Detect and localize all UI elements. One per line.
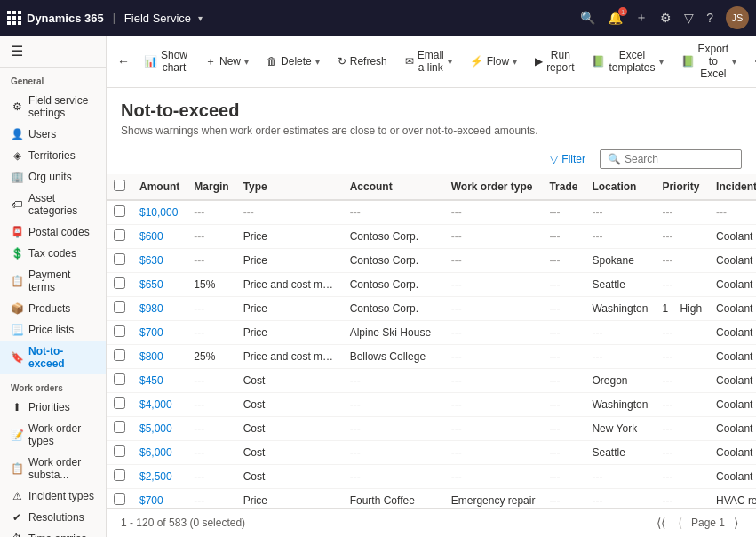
add-icon[interactable]: ＋ [635, 10, 648, 26]
row-checkbox[interactable] [114, 421, 125, 433]
more-button[interactable]: ⋯ [747, 52, 756, 71]
sidebar-item-territories[interactable]: ◈Territories [0, 145, 106, 166]
app-logo[interactable]: Dynamics 365 [7, 11, 104, 25]
row-amount[interactable]: $2,500 [132, 465, 187, 489]
export-excel-button[interactable]: 📗 Export to Excel ▾ [674, 39, 744, 84]
sidebar-item-tax-codes[interactable]: 💲Tax codes [0, 243, 106, 264]
col-work-order-type[interactable]: Work order type [444, 174, 543, 200]
row-checkbox-cell[interactable] [107, 393, 132, 417]
sidebar-item-products[interactable]: 📦Products [0, 298, 106, 319]
row-amount[interactable]: $630 [132, 249, 187, 273]
sidebar-item-work-order-substatuses[interactable]: 📋Work order substa... [0, 452, 106, 485]
show-chart-button[interactable]: 📊 Show chart [137, 45, 195, 77]
row-checkbox[interactable] [114, 277, 125, 289]
row-checkbox-cell[interactable] [107, 297, 132, 321]
row-checkbox[interactable] [114, 205, 125, 217]
row-checkbox[interactable] [114, 469, 125, 481]
sidebar-item-payment-terms[interactable]: 📋Payment terms [0, 264, 106, 298]
help-icon[interactable]: ? [706, 11, 713, 25]
row-checkbox-cell[interactable] [107, 489, 132, 509]
row-checkbox-cell[interactable] [107, 273, 132, 297]
excel-templates-button[interactable]: 📗 Excel templates ▾ [585, 45, 670, 77]
row-checkbox-cell[interactable] [107, 417, 132, 441]
prev-page-button[interactable]: ⟨ [674, 514, 686, 532]
row-checkbox-cell[interactable] [107, 321, 132, 345]
row-amount[interactable]: $600 [132, 225, 187, 249]
select-all-checkbox[interactable] [114, 180, 125, 191]
excel-templates-dropdown-icon[interactable]: ▾ [659, 57, 664, 67]
filter-button[interactable]: ▽ Filter [543, 149, 593, 169]
sidebar-item-incident-types[interactable]: ⚠Incident types [0, 485, 106, 507]
search-box[interactable]: 🔍 [600, 149, 742, 169]
col-account[interactable]: Account [343, 174, 444, 200]
sidebar-item-postal-codes[interactable]: 📮Postal codes [0, 221, 106, 243]
flow-dropdown-icon[interactable]: ▾ [513, 57, 517, 67]
refresh-button[interactable]: ↻ Refresh [330, 52, 394, 71]
run-report-button[interactable]: ▶ Run report [528, 45, 581, 77]
row-amount[interactable]: $6,000 [132, 441, 187, 465]
row-checkbox[interactable] [114, 373, 125, 385]
module-name[interactable]: Field Service [124, 12, 191, 25]
row-checkbox-cell[interactable] [107, 465, 132, 489]
col-margin[interactable]: Margin [187, 174, 235, 200]
row-checkbox-cell[interactable] [107, 200, 132, 225]
col-trade[interactable]: Trade [542, 174, 585, 200]
new-dropdown-icon[interactable]: ▾ [244, 57, 249, 67]
hamburger-button[interactable]: ☰ [0, 36, 106, 68]
row-checkbox[interactable] [114, 253, 125, 265]
new-button[interactable]: ＋ New ▾ [198, 51, 256, 73]
row-amount[interactable]: $980 [132, 297, 187, 321]
row-amount[interactable]: $10,000 [132, 200, 187, 225]
sidebar-item-price-lists[interactable]: 📃Price lists [0, 319, 106, 341]
col-checkbox[interactable] [107, 174, 132, 200]
sidebar-item-not-to-exceed[interactable]: 🔖Not-to-exceed [0, 341, 106, 374]
col-location[interactable]: Location [585, 174, 655, 200]
col-amount[interactable]: Amount [132, 174, 187, 200]
row-amount[interactable]: $450 [132, 369, 187, 393]
col-type[interactable]: Type [236, 174, 343, 200]
sidebar-item-work-order-types[interactable]: 📝Work order types [0, 418, 106, 452]
row-checkbox[interactable] [114, 349, 125, 361]
flow-button[interactable]: ⚡ Flow ▾ [463, 52, 524, 71]
row-checkbox-cell[interactable] [107, 345, 132, 369]
row-checkbox-cell[interactable] [107, 369, 132, 393]
row-checkbox[interactable] [114, 301, 125, 313]
row-amount[interactable]: $700 [132, 489, 187, 509]
row-checkbox[interactable] [114, 229, 125, 241]
sidebar-item-users[interactable]: 👤Users [0, 124, 106, 145]
row-checkbox[interactable] [114, 445, 125, 457]
filter-icon[interactable]: ▽ [684, 11, 694, 25]
sidebar-item-asset-categories[interactable]: 🏷Asset categories [0, 188, 106, 221]
first-page-button[interactable]: ⟨⟨ [653, 514, 669, 532]
back-button[interactable]: ← [117, 54, 130, 68]
sidebar-item-priorities[interactable]: ⬆Priorities [0, 397, 106, 418]
row-checkbox[interactable] [114, 397, 125, 409]
export-dropdown-icon[interactable]: ▾ [732, 57, 736, 67]
module-chevron[interactable]: ▾ [198, 13, 203, 23]
row-checkbox-cell[interactable] [107, 249, 132, 273]
sidebar-item-time-entries[interactable]: ⏱Time entries [0, 528, 106, 537]
sidebar-item-resolutions[interactable]: ✔Resolutions [0, 507, 106, 528]
row-amount[interactable]: $700 [132, 321, 187, 345]
row-amount[interactable]: $650 [132, 273, 187, 297]
row-checkbox-cell[interactable] [107, 225, 132, 249]
delete-button[interactable]: 🗑 Delete ▾ [259, 52, 327, 71]
next-page-button[interactable]: ⟩ [730, 514, 742, 532]
sidebar-item-field-service-settings[interactable]: ⚙Field service settings [0, 90, 106, 124]
email-link-button[interactable]: ✉ Email a link ▾ [398, 45, 459, 77]
search-input[interactable] [625, 153, 734, 165]
search-icon[interactable]: 🔍 [580, 11, 595, 25]
col-priority[interactable]: Priority [655, 174, 709, 200]
row-checkbox[interactable] [114, 493, 125, 505]
row-amount[interactable]: $5,000 [132, 417, 187, 441]
row-checkbox-cell[interactable] [107, 441, 132, 465]
row-amount[interactable]: $800 [132, 345, 187, 369]
col-incident-type[interactable]: Incident type ↓ [709, 174, 756, 200]
email-dropdown-icon[interactable]: ▾ [448, 57, 452, 67]
notification-icon[interactable]: 🔔1 [608, 11, 623, 25]
row-checkbox[interactable] [114, 325, 125, 337]
settings-icon[interactable]: ⚙ [660, 11, 672, 25]
user-avatar[interactable]: JS [726, 6, 749, 29]
row-amount[interactable]: $4,000 [132, 393, 187, 417]
sidebar-item-org-units[interactable]: 🏢Org units [0, 166, 106, 188]
